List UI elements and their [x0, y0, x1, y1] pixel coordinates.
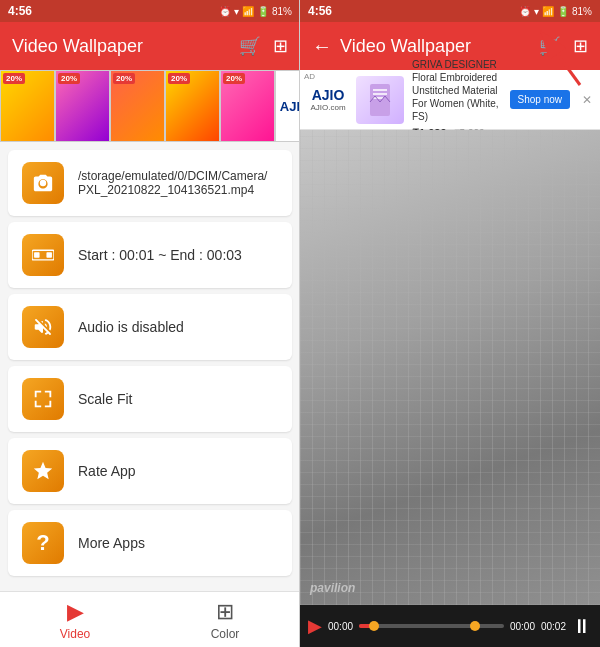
- ad-shop-button[interactable]: Shop now: [510, 90, 570, 109]
- ad-close-button[interactable]: ✕: [582, 93, 592, 107]
- help-icon: ?: [22, 522, 64, 564]
- laptop-brand-text: pavilion: [310, 581, 355, 595]
- ajio-logo: AJIO: [312, 87, 345, 103]
- ad-product-info: GRIVA DESIGNER Floral Embroidered Unstit…: [412, 58, 502, 140]
- video-content: pavilion: [300, 130, 600, 605]
- video-nav-icon: ▶: [67, 599, 84, 625]
- right-status-icons: ⏰ ▾ 📶 🔋 81%: [519, 6, 592, 17]
- left-status-bar: 4:56 ⏰ ▾ 📶 🔋 81%: [0, 0, 300, 22]
- ajio-sub: AJIO.com: [310, 103, 345, 112]
- end-time-label: 00:02: [541, 621, 566, 632]
- thumbnail-item[interactable]: 20%: [110, 70, 165, 142]
- progress-handle[interactable]: [369, 621, 379, 631]
- svg-rect-4: [370, 84, 390, 116]
- more-apps-item[interactable]: ? More Apps: [8, 510, 292, 576]
- color-nav-label: Color: [211, 627, 240, 641]
- start-time-label: 00:00: [328, 621, 353, 632]
- back-button[interactable]: ←: [312, 35, 332, 58]
- alarm-icon-r: ⏰: [519, 6, 531, 17]
- video-controls: ▶ 00:00 00:00 00:02 ⏸: [300, 605, 600, 647]
- mid-time-label: 00:00: [510, 621, 535, 632]
- red-arrow-indicator: [530, 20, 590, 90]
- right-panel: 4:56 ⏰ ▾ 📶 🔋 81% ← Video Wallpaper 🛒 ⊞ A…: [300, 0, 600, 647]
- pause-button[interactable]: ⏸: [572, 615, 592, 638]
- svg-point-0: [40, 180, 46, 186]
- video-area[interactable]: pavilion: [300, 130, 600, 605]
- alarm-icon: ⏰: [219, 6, 231, 17]
- file-path-item[interactable]: /storage/emulated/0/DCIM/Camera/ PXL_202…: [8, 150, 292, 216]
- battery-percent-r: 81%: [572, 6, 592, 17]
- wifi-icon-r: ▾: [534, 6, 539, 17]
- thumbnail-badge: 20%: [223, 73, 245, 84]
- ad-product-name: GRIVA DESIGNER Floral Embroidered Unstit…: [412, 58, 502, 123]
- ad-product-image: [356, 76, 404, 124]
- star-icon: [22, 450, 64, 492]
- laptop-keyboard-visual: [300, 130, 600, 605]
- left-app-bar: Video Wallpaper 🛒 ⊞: [0, 22, 300, 70]
- more-apps-text: More Apps: [78, 535, 145, 551]
- battery-icon-r: 🔋: [557, 6, 569, 17]
- thumbnail-badge: 20%: [113, 73, 135, 84]
- cart-icon[interactable]: 🛒: [239, 35, 261, 57]
- mute-icon: [22, 306, 64, 348]
- nav-video[interactable]: ▶ Video: [0, 592, 150, 647]
- ad-brand: AJIO AJIO.com: [308, 87, 348, 112]
- nav-color[interactable]: ⊞ Color: [150, 592, 300, 647]
- thumbnail-item[interactable]: 20%: [55, 70, 110, 142]
- signal-icon-r: 📶: [542, 6, 554, 17]
- thumbnail-item[interactable]: 20%: [165, 70, 220, 142]
- signal-icon: 📶: [242, 6, 254, 17]
- left-status-icons: ⏰ ▾ 📶 🔋 81%: [219, 6, 292, 17]
- right-status-time: 4:56: [308, 4, 332, 18]
- thumbnail-badge: 20%: [3, 73, 25, 84]
- scale-icon: [22, 378, 64, 420]
- right-play-button[interactable]: ▶: [308, 615, 322, 637]
- wifi-icon: ▾: [234, 6, 239, 17]
- expand-icon[interactable]: ⊞: [273, 35, 288, 57]
- thumbnail-item[interactable]: 20%: [0, 70, 55, 142]
- scale-fit-text: Scale Fit: [78, 391, 132, 407]
- thumbnail-badge: 20%: [58, 73, 80, 84]
- ajio-ad-label: AJIO: [280, 99, 300, 114]
- battery-icon: 🔋: [257, 6, 269, 17]
- video-nav-label: Video: [60, 627, 90, 641]
- color-nav-icon: ⊞: [216, 599, 234, 625]
- time-icon: [22, 234, 64, 276]
- right-app-title: Video Wallpaper: [340, 36, 531, 57]
- left-app-bar-icons: 🛒 ⊞: [239, 35, 288, 57]
- time-range-text: Start : 00:01 ~ End : 00:03: [78, 247, 242, 263]
- thumbnail-item[interactable]: 20%: [220, 70, 275, 142]
- left-status-time: 4:56: [8, 4, 32, 18]
- battery-percent: 81%: [272, 6, 292, 17]
- svg-rect-2: [34, 252, 40, 258]
- time-range-item[interactable]: Start : 00:01 ~ End : 00:03: [8, 222, 292, 288]
- rate-app-item[interactable]: Rate App: [8, 438, 292, 504]
- right-status-bar: 4:56 ⏰ ▾ 📶 🔋 81%: [300, 0, 600, 22]
- file-path-text: /storage/emulated/0/DCIM/Camera/ PXL_202…: [78, 169, 267, 197]
- rate-app-text: Rate App: [78, 463, 136, 479]
- audio-item[interactable]: Audio is disabled: [8, 294, 292, 360]
- ad-thumbnail: AJIO: [275, 70, 300, 142]
- menu-list: /storage/emulated/0/DCIM/Camera/ PXL_202…: [0, 142, 300, 591]
- left-bottom-nav: ▶ Video ⊞ Color: [0, 591, 300, 647]
- camera-icon: [22, 162, 64, 204]
- progress-end-handle[interactable]: [470, 621, 480, 631]
- audio-status-text: Audio is disabled: [78, 319, 184, 335]
- left-panel: 4:56 ⏰ ▾ 📶 🔋 81% Video Wallpaper 🛒 ⊞ 20%…: [0, 0, 300, 647]
- scale-fit-item[interactable]: Scale Fit: [8, 366, 292, 432]
- svg-rect-3: [46, 252, 52, 258]
- left-app-title: Video Wallpaper: [12, 36, 231, 57]
- ad-banner[interactable]: AD AJIO AJIO.com GRIVA DESIGNER Floral E…: [300, 70, 600, 130]
- thumbnails-row: 20% 20% 20% 20% 20% AJIO: [0, 70, 300, 142]
- video-progress-bar[interactable]: [359, 624, 504, 628]
- thumbnail-badge: 20%: [168, 73, 190, 84]
- ad-tag: AD: [304, 72, 315, 81]
